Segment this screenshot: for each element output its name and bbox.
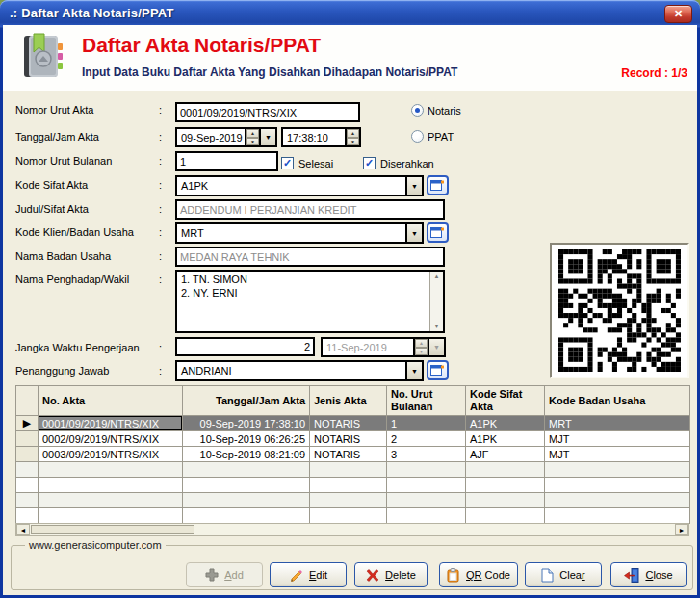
table-row[interactable]: ▶0001/09/2019/NTRS/XIX09-Sep-2019 17:38:… (16, 416, 690, 431)
window-close-button[interactable]: ✕ (664, 5, 692, 23)
table-cell: MJT (545, 431, 690, 447)
table-hscrollbar[interactable]: ◄ ► (15, 523, 689, 536)
dropdown-icon[interactable]: ▼ (405, 224, 422, 242)
kode-sifat-akta-combo[interactable]: A1PK ▼ (175, 175, 424, 196)
tanggal-akta-value: 09-Sep-2019 (177, 129, 245, 145)
table-cell (387, 508, 466, 524)
edit-button[interactable]: Edit (270, 562, 347, 587)
table-cell (183, 493, 310, 508)
label-kode-klien: Kode Klien/Badan Usaha (15, 226, 134, 238)
table-row-empty[interactable] (16, 478, 690, 493)
table-cell (466, 478, 545, 493)
spin-up-icon: ▲ (415, 339, 428, 348)
row-selector (16, 493, 39, 508)
scroll-up-icon[interactable]: ▲ (430, 272, 443, 281)
dropdown-icon[interactable]: ▼ (405, 362, 422, 379)
calendar-dropdown-icon[interactable]: ▼ (259, 129, 275, 145)
qr-code-button[interactable]: QR Code (439, 562, 518, 587)
delete-button[interactable]: Delete (354, 562, 428, 587)
col-no-urut-bulanan[interactable]: No. Urut Bulanan (387, 386, 466, 416)
close-button[interactable]: Close (610, 562, 687, 587)
table-cell: 2 (387, 431, 466, 447)
nama-badan-usaha-input[interactable]: MEDAN RAYA TEHNIK (175, 247, 445, 267)
table-cell: 1 (387, 416, 466, 431)
nama-penghadap-textarea[interactable]: 1. TN. SIMON 2. NY. ERNI ▲ ▼ (175, 270, 445, 333)
scroll-left-icon[interactable]: ◄ (16, 524, 30, 535)
table-cell: 3 (387, 447, 466, 462)
table-cell (545, 478, 690, 493)
label-tanggal-jam-akta: Tanggal/Jam Akta (15, 131, 99, 143)
radio-notaris-label: Notaris (428, 105, 461, 117)
table-row-empty[interactable] (16, 462, 690, 478)
spin-down-icon[interactable]: ▼ (246, 138, 259, 146)
spin-up-icon[interactable]: ▲ (347, 129, 359, 138)
nama-badan-usaha-value: MEDAN RAYA TEHNIK (180, 251, 290, 263)
table-cell (310, 493, 387, 508)
row-selector[interactable] (16, 447, 39, 462)
table-cell (39, 462, 183, 478)
checkbox-diserahkan[interactable]: ✓ Diserahkan (363, 157, 434, 169)
scroll-right-icon[interactable]: ► (675, 524, 688, 535)
table-row[interactable]: 0002/09/2019/NTRS/XIX10-Sep-2019 06:26:2… (16, 431, 690, 447)
window-title: .: Daftar Akta Notaris/PPAT (10, 6, 174, 20)
selector-column-header (16, 386, 39, 416)
spin-up-icon[interactable]: ▲ (246, 129, 259, 138)
close-icon: ✕ (674, 8, 683, 19)
check-icon: ✓ (365, 158, 374, 169)
scroll-down-icon[interactable]: ▼ (430, 322, 443, 331)
clear-button-label: Clear (559, 569, 584, 581)
row-selector[interactable]: ▶ (16, 416, 39, 431)
spin-down-icon[interactable]: ▼ (347, 138, 359, 146)
col-tanggal-jam[interactable]: Tanggal/Jam Akta (183, 386, 310, 416)
col-no-akta[interactable]: No. Akta (39, 386, 183, 416)
radio-icon (411, 104, 424, 117)
penanggung-jawab-combo[interactable]: ANDRIANI ▼ (175, 360, 424, 381)
title-bar[interactable]: .: Daftar Akta Notaris/PPAT ✕ (0, 0, 700, 28)
calendar-dropdown-icon: ▼ (428, 339, 444, 355)
website-label: www.generasicomputer.com (25, 539, 166, 551)
table-cell (387, 493, 466, 508)
tanggal-akta-picker[interactable]: 09-Sep-2019 ▲ ▼ ▼ (175, 127, 277, 147)
new-form-icon (430, 226, 445, 239)
hscroll-thumb[interactable] (31, 525, 194, 534)
table-cell: NOTARIS (310, 431, 387, 447)
new-penanggung-jawab-button[interactable] (427, 360, 449, 380)
radio-ppat[interactable]: PPAT (411, 130, 454, 143)
label-kode-sifat-akta: Kode Sifat Akta (15, 179, 88, 191)
judul-sifat-akta-input[interactable]: ADDENDUM I PERJANJIAN KREDIT (175, 199, 445, 220)
radio-notaris[interactable]: Notaris (411, 104, 461, 117)
date-spinner[interactable]: ▲ ▼ (245, 129, 259, 145)
table-cell (183, 462, 310, 478)
label-nomor-urut-bulanan: Nomor Urut Bulanan (15, 155, 112, 167)
penanggung-jawab-value: ANDRIANI (177, 362, 405, 379)
col-kode-sifat-akta[interactable]: Kode Sifat Akta (466, 386, 545, 416)
table-cell (183, 508, 310, 524)
row-selector[interactable] (16, 431, 39, 447)
table-cell (466, 493, 545, 508)
nomor-urut-akta-input[interactable]: 0001/09/2019/NTRS/XIX (175, 102, 360, 122)
row-selector (16, 478, 39, 493)
table-cell: 0003/09/2019/NTRS/XIX (39, 447, 183, 462)
jangka-waktu-input[interactable]: 2 (175, 337, 315, 356)
checkbox-selesai[interactable]: ✓ Selesai (281, 157, 333, 169)
col-jenis-akta[interactable]: Jenis Akta (310, 386, 387, 416)
table-row-empty[interactable] (16, 493, 690, 508)
dropdown-icon[interactable]: ▼ (405, 177, 422, 195)
table-cell: MJT (545, 447, 690, 462)
memo-scrollbar[interactable]: ▲ ▼ (429, 272, 443, 331)
label-nomor-urut-akta: Nomor Urut Akta (15, 104, 93, 116)
kode-klien-combo[interactable]: MRT ▼ (175, 222, 424, 244)
new-sifat-akta-button[interactable] (427, 175, 449, 195)
new-klien-button[interactable] (427, 222, 449, 243)
nomor-urut-bulanan-input[interactable]: 1 (175, 151, 278, 171)
close-button-label: Close (645, 569, 672, 581)
time-spinner[interactable]: ▲ ▼ (345, 129, 359, 145)
table-row-empty[interactable] (16, 508, 690, 524)
qr-code-image (550, 243, 689, 378)
col-kode-badan-usaha[interactable]: Kode Badan Usaha (545, 386, 690, 416)
table-cell: MRT (545, 416, 690, 431)
table-row[interactable]: 0003/09/2019/NTRS/XIX10-Sep-2019 08:21:0… (16, 447, 690, 462)
clear-button[interactable]: Clear (525, 562, 602, 587)
jam-akta-picker[interactable]: 17:38:10 ▲ ▼ (281, 127, 361, 147)
table-cell: A1PK (466, 416, 545, 431)
